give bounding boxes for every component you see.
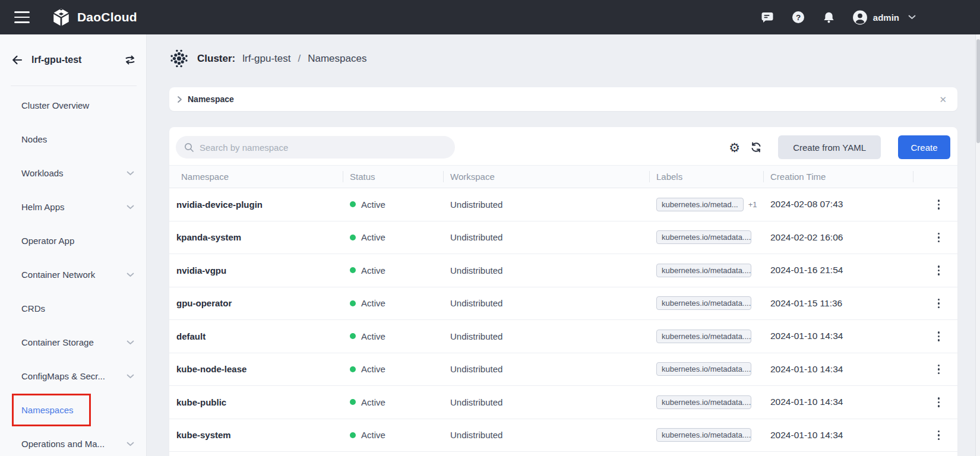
namespace-name[interactable]: default [176,331,206,341]
row-actions-kebab-icon[interactable] [932,262,946,278]
label-chip[interactable]: kubernetes.io/metadata.... [656,296,751,310]
namespace-name[interactable]: nvidia-device-plugin [176,200,263,210]
label-chip[interactable]: kubernetes.io/metadata.... [656,362,751,376]
row-actions-kebab-icon[interactable] [932,362,946,378]
filter-bar[interactable]: Namespace ✕ [169,87,957,111]
chat-icon[interactable] [760,10,775,25]
table-row: nvidia-device-plugin Active Undistribute… [169,188,957,221]
create-from-yaml-button[interactable]: Create from YAML [778,135,881,159]
sidebar-item[interactable]: Operator App [0,224,146,258]
creation-time: 2024-01-10 14:34 [770,397,843,407]
table-row: default Active Undistributed kubernetes.… [169,320,957,353]
namespace-name[interactable]: gpu-operator [176,298,232,308]
sidebar-item-label: Nodes [21,134,47,144]
switch-cluster-icon[interactable] [124,53,137,66]
help-icon[interactable]: ? [791,10,806,25]
notifications-bell-icon[interactable] [821,10,837,25]
sidebar-item[interactable]: ConfigMaps & Secr... [0,359,146,393]
svg-text:?: ? [796,13,801,22]
content-panel: ⚙ Create from YAML Create Namespace Stat… [169,127,957,456]
sidebar-item-label: Namespaces [21,405,74,415]
table-row: kube-system Active Undistributed kuberne… [169,419,957,452]
settings-gear-icon[interactable]: ⚙ [729,141,740,154]
label-extra-count[interactable]: +1 [748,200,757,209]
row-actions-kebab-icon[interactable] [932,394,946,410]
status-text: Active [361,430,385,440]
label-chip[interactable]: kubernetes.io/metad... [656,198,744,211]
workspace-text: Undistributed [450,232,502,242]
search-input[interactable] [200,142,447,153]
sidebar: lrf-gpu-test Cluster Overview Nodes Work… [0,34,147,456]
sidebar-divider [11,86,137,86]
row-actions-kebab-icon[interactable] [932,230,946,246]
close-icon[interactable]: ✕ [939,95,947,104]
label-chip[interactable]: kubernetes.io/metadata.... [656,230,751,244]
back-button[interactable] [11,53,24,66]
namespace-name[interactable]: kube-public [176,397,226,407]
label-chip[interactable]: kubernetes.io/metadata.... [656,395,751,409]
creation-time: 2024-01-16 21:54 [770,265,843,276]
row-actions-kebab-icon[interactable] [932,197,946,213]
sidebar-item[interactable]: Helm Apps [0,190,146,224]
column-header-labels: Labels [649,166,763,188]
sidebar-item[interactable]: Operations and Ma... [0,427,146,456]
chevron-down-icon [127,340,134,345]
namespace-name[interactable]: kube-node-lease [176,364,246,374]
sidebar-item[interactable]: Container Network [0,258,146,292]
namespace-name[interactable]: kube-system [176,430,231,440]
refresh-icon[interactable] [750,141,762,153]
status-dot [350,201,356,207]
breadcrumb-page: Namespaces [308,53,366,65]
status-text: Active [361,331,385,341]
sidebar-item-label: ConfigMaps & Secr... [21,371,105,381]
column-header-workspace: Workspace [443,166,649,188]
topbar: DaoCloud ? [0,0,980,34]
breadcrumb-cluster[interactable]: lrf-gpu-test [242,53,290,65]
search-box[interactable] [176,136,455,159]
row-actions-kebab-icon[interactable] [932,428,946,444]
sidebar-item[interactable]: Nodes [0,122,146,156]
status-dot [350,366,356,372]
creation-time: 2024-02-08 07:43 [770,199,843,210]
brand-name: DaoCloud [77,10,137,24]
chevron-down-icon [908,15,916,20]
row-actions-kebab-icon[interactable] [932,296,946,312]
sidebar-item[interactable]: Workloads [0,156,146,190]
label-chip[interactable]: kubernetes.io/metadata.... [656,264,751,277]
workspace-text: Undistributed [450,364,502,374]
scrollbar[interactable] [975,34,980,456]
chevron-down-icon [127,205,134,210]
table-header: Namespace Status Workspace Labels Creati… [169,165,957,188]
status-text: Active [361,232,385,242]
label-chip[interactable]: kubernetes.io/metadata.... [656,330,751,343]
label-chip[interactable]: kubernetes.io/metadata.... [656,428,751,442]
table-body: nvidia-device-plugin Active Undistribute… [169,188,957,452]
namespace-name[interactable]: kpanda-system [176,232,241,242]
hamburger-menu-icon[interactable] [14,11,30,23]
sidebar-item-label: Operations and Ma... [21,439,105,449]
table-row: gpu-operator Active Undistributed kubern… [169,287,957,321]
row-actions-kebab-icon[interactable] [932,328,946,344]
user-menu[interactable]: admin [852,10,916,25]
status-dot [350,333,356,339]
table-row: kube-node-lease Active Undistributed kub… [169,353,957,387]
creation-time: 2024-01-10 14:34 [770,430,843,441]
sidebar-item[interactable]: Container Storage [0,325,146,359]
brand-logo[interactable]: DaoCloud [51,7,137,27]
column-header-namespace: Namespace [169,166,343,188]
column-header-actions [913,166,957,188]
status-dot [350,300,356,306]
scrollbar-thumb[interactable] [976,39,980,143]
status-text: Active [361,200,385,210]
sidebar-item-label: Container Network [21,270,95,280]
chevron-down-icon [127,374,134,379]
namespace-name[interactable]: nvidia-vgpu [176,265,226,276]
create-button[interactable]: Create [898,135,950,159]
sidebar-item[interactable]: Cluster Overview [0,88,146,122]
breadcrumb: Cluster: lrf-gpu-test / Namespaces [169,49,957,68]
sidebar-item[interactable]: Namespaces [0,393,146,427]
sidebar-item[interactable]: CRDs [0,292,146,325]
toolbar: ⚙ Create from YAML Create [169,127,957,165]
table-row: kpanda-system Active Undistributed kuber… [169,221,957,255]
breadcrumb-label: Cluster: [197,53,235,65]
